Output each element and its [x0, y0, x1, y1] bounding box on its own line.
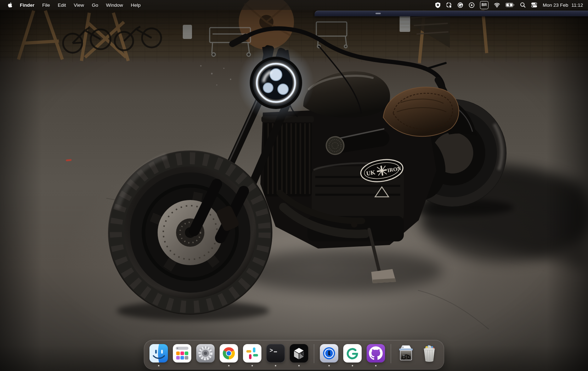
apple-menu[interactable] [7, 2, 16, 8]
wallpaper-motorcycle-illustration: UK IRON [0, 0, 588, 371]
window-drag-handle [375, 13, 381, 14]
chrome-icon [220, 344, 238, 363]
grammarly-icon [343, 344, 362, 363]
playback-icon[interactable] [469, 1, 475, 8]
unity-cube-icon [290, 344, 308, 363]
dock-unity-hub[interactable] [290, 344, 308, 363]
leather-seat [383, 87, 459, 136]
finder-icon [149, 344, 168, 363]
dock-grammarly[interactable] [343, 344, 362, 363]
menu-bar-left: Finder File Edit View Go Window Help [0, 2, 145, 8]
apps-grid-icon [173, 344, 191, 363]
svg-text:>: > [270, 348, 273, 354]
badge-text-uk: UK [366, 169, 376, 177]
grammarly-status-icon[interactable] [457, 1, 463, 8]
dock: > [144, 340, 444, 370]
desktop-screen: UK IRON Finder File Edit [0, 0, 588, 371]
menu-window[interactable]: Window [102, 2, 127, 8]
1password-icon [320, 344, 338, 363]
wifi-icon[interactable] [494, 1, 500, 8]
dock-downloads-stack[interactable] [397, 344, 415, 363]
terminal-icon: > [266, 344, 285, 363]
dock-google-chrome[interactable] [220, 344, 238, 363]
dock-1password[interactable] [320, 344, 338, 363]
menu-active-app[interactable]: Finder [16, 2, 38, 8]
dock-slack[interactable] [243, 344, 261, 363]
github-octocat-icon [367, 344, 385, 363]
menu-bar-status-area: BR Mon 23 Feb 11:12 [435, 1, 588, 9]
control-center-icon[interactable] [531, 1, 537, 8]
apple-icon [8, 2, 12, 8]
fuel-tank [303, 72, 390, 118]
menu-help[interactable]: Help [127, 2, 145, 8]
menu-file[interactable]: File [38, 2, 54, 8]
downloads-stack-icon [397, 344, 415, 363]
dock-divider [391, 344, 391, 363]
slack-icon [243, 344, 261, 363]
headlight [238, 45, 314, 121]
spotlight-search-icon[interactable] [520, 1, 526, 8]
privacy-shield-icon[interactable] [435, 1, 441, 8]
dock-divider [314, 344, 314, 363]
clock-date: Mon 23 Feb [543, 2, 568, 8]
background-window-titlebar-edge[interactable] [315, 11, 588, 16]
input-source-badge[interactable]: BR [480, 1, 488, 9]
dock-apps-launcher[interactable] [173, 344, 191, 363]
menu-bar-clock[interactable]: Mon 23 Feb 11:12 [543, 2, 583, 8]
menu-view[interactable]: View [70, 2, 88, 8]
dock-github-desktop[interactable] [367, 344, 385, 363]
menu-bar: Finder File Edit View Go Window Help BR [0, 0, 588, 10]
battery-charging-icon[interactable] [505, 1, 515, 8]
trash-full-icon [420, 344, 439, 363]
desktop-wallpaper: UK IRON [0, 0, 588, 371]
dock-finder[interactable] [149, 344, 168, 363]
gear-icon [196, 344, 215, 363]
dock-terminal[interactable]: > [266, 344, 285, 363]
menu-go[interactable]: Go [88, 2, 102, 8]
clock-time: 11:12 [571, 2, 583, 8]
vpn-lock-icon[interactable] [446, 1, 452, 8]
dock-system-settings[interactable] [196, 344, 215, 363]
menu-edit[interactable]: Edit [54, 2, 70, 8]
dock-trash[interactable] [420, 344, 439, 363]
